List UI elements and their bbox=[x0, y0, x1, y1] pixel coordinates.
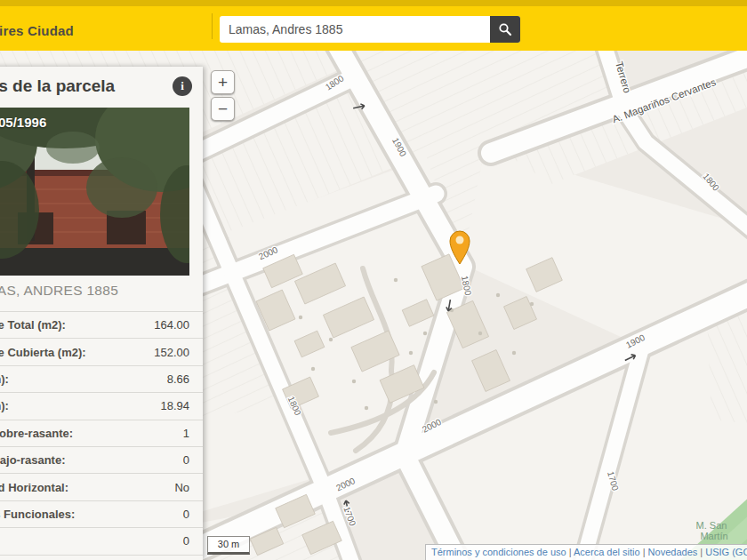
row-value: 1 bbox=[183, 427, 189, 440]
row-label: Propiedad Horizontal: bbox=[0, 481, 68, 494]
row-value: 152.00 bbox=[154, 346, 189, 359]
attribution-link[interactable]: Términos y condiciones de uso bbox=[431, 547, 566, 557]
separator: | bbox=[566, 547, 574, 557]
table-row: Superficie Cubierta (m2):152.00 bbox=[0, 339, 203, 365]
search-input[interactable] bbox=[220, 16, 490, 43]
row-label: Unidades Funcionales: bbox=[0, 508, 75, 521]
attribution-bar: Términos y condiciones de uso | Acerca d… bbox=[425, 544, 747, 560]
app-logo: Buenos Aires Ciudad bbox=[0, 23, 74, 38]
row-value: 0 bbox=[183, 453, 189, 467]
search-button[interactable] bbox=[490, 16, 520, 43]
row-value: 0 bbox=[183, 534, 189, 548]
parcel-detail-panel: Datos de la parcela i 05/1996 LAMAS, AND… bbox=[0, 67, 203, 560]
separator: | bbox=[697, 547, 705, 557]
table-row: Unidades Funcionales:0 bbox=[0, 501, 203, 528]
parcel-photo-image bbox=[0, 108, 189, 276]
row-label: Plantas sobre-rasante: bbox=[0, 427, 73, 440]
svg-text:Martín: Martín bbox=[700, 531, 727, 541]
attribution-link[interactable]: Novedades bbox=[648, 547, 698, 557]
parcel-attribute-table: Superficie Total (m2):164.00Superficie C… bbox=[0, 311, 203, 556]
svg-text:M. San: M. San bbox=[696, 520, 727, 531]
row-label: Plantas bajo-rasante: bbox=[0, 453, 66, 467]
header-divider bbox=[212, 13, 213, 39]
map-scale-indicator: 30 m bbox=[207, 536, 250, 555]
panel-title: Datos de la parcela bbox=[0, 76, 115, 96]
attribution-link[interactable]: USIG (GCBA), © O bbox=[705, 547, 747, 557]
top-bar-accent-strip bbox=[0, 0, 747, 6]
table-row: Plantas sobre-rasante:1 bbox=[0, 420, 203, 447]
zoom-in-button[interactable]: + bbox=[211, 70, 235, 94]
zoom-control: + − bbox=[211, 70, 235, 121]
table-row: Plantas bajo-rasante:0 bbox=[0, 447, 203, 474]
parcel-address: LAMAS, ANDRES 1885 bbox=[0, 283, 118, 299]
row-value: 164.00 bbox=[154, 318, 189, 332]
table-row: Fondo (m):18.94 bbox=[0, 393, 203, 420]
park-label: M. San Martín bbox=[696, 520, 728, 541]
table-row: Propiedad Horizontal:No bbox=[0, 474, 203, 500]
info-button[interactable]: i bbox=[173, 76, 192, 96]
zoom-out-button[interactable]: − bbox=[211, 97, 235, 121]
row-label: Fondo (m): bbox=[0, 399, 9, 412]
separator: | bbox=[640, 547, 648, 557]
table-row: Superficie Total (m2):164.00 bbox=[0, 312, 203, 339]
table-row: Frente (m):8.66 bbox=[0, 366, 203, 393]
top-bar: Buenos Aires Ciudad bbox=[0, 0, 747, 51]
parcel-photo: 05/1996 bbox=[0, 108, 189, 276]
row-label: Frente (m): bbox=[0, 372, 9, 386]
row-value: 8.66 bbox=[167, 372, 189, 386]
row-value: No bbox=[174, 481, 189, 494]
attribution-link[interactable]: Acerca del sitio bbox=[574, 547, 640, 557]
table-row: 0 bbox=[0, 528, 203, 555]
search-icon bbox=[498, 22, 512, 36]
row-label: Superficie Total (m2): bbox=[0, 318, 66, 332]
row-label: Superficie Cubierta (m2): bbox=[0, 346, 86, 359]
search-box bbox=[220, 16, 520, 43]
row-value: 18.94 bbox=[160, 399, 189, 412]
row-value: 0 bbox=[183, 508, 189, 521]
photo-date-overlay: 05/1996 bbox=[0, 115, 46, 130]
